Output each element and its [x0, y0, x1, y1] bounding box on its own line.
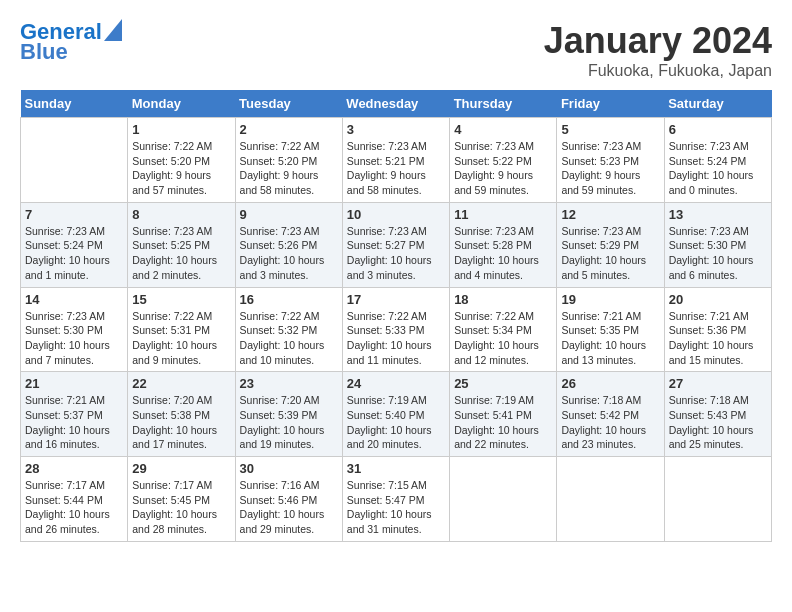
calendar-cell: 16Sunrise: 7:22 AM Sunset: 5:32 PM Dayli…: [235, 287, 342, 372]
day-info: Sunrise: 7:17 AM Sunset: 5:44 PM Dayligh…: [25, 478, 123, 537]
column-header-sunday: Sunday: [21, 90, 128, 118]
week-row-1: 1Sunrise: 7:22 AM Sunset: 5:20 PM Daylig…: [21, 118, 772, 203]
day-number: 17: [347, 292, 445, 307]
day-info: Sunrise: 7:23 AM Sunset: 5:30 PM Dayligh…: [25, 309, 123, 368]
calendar-cell: 10Sunrise: 7:23 AM Sunset: 5:27 PM Dayli…: [342, 202, 449, 287]
day-info: Sunrise: 7:16 AM Sunset: 5:46 PM Dayligh…: [240, 478, 338, 537]
calendar-cell: 21Sunrise: 7:21 AM Sunset: 5:37 PM Dayli…: [21, 372, 128, 457]
column-header-thursday: Thursday: [450, 90, 557, 118]
calendar-cell: 4Sunrise: 7:23 AM Sunset: 5:22 PM Daylig…: [450, 118, 557, 203]
logo: General Blue: [20, 20, 122, 64]
day-number: 6: [669, 122, 767, 137]
calendar-cell: 29Sunrise: 7:17 AM Sunset: 5:45 PM Dayli…: [128, 457, 235, 542]
day-info: Sunrise: 7:17 AM Sunset: 5:45 PM Dayligh…: [132, 478, 230, 537]
day-number: 11: [454, 207, 552, 222]
day-info: Sunrise: 7:18 AM Sunset: 5:43 PM Dayligh…: [669, 393, 767, 452]
calendar-cell: 6Sunrise: 7:23 AM Sunset: 5:24 PM Daylig…: [664, 118, 771, 203]
day-info: Sunrise: 7:23 AM Sunset: 5:28 PM Dayligh…: [454, 224, 552, 283]
day-number: 22: [132, 376, 230, 391]
calendar-cell: 3Sunrise: 7:23 AM Sunset: 5:21 PM Daylig…: [342, 118, 449, 203]
calendar-cell: 23Sunrise: 7:20 AM Sunset: 5:39 PM Dayli…: [235, 372, 342, 457]
calendar-cell: 26Sunrise: 7:18 AM Sunset: 5:42 PM Dayli…: [557, 372, 664, 457]
day-number: 23: [240, 376, 338, 391]
day-number: 15: [132, 292, 230, 307]
calendar-cell: 22Sunrise: 7:20 AM Sunset: 5:38 PM Dayli…: [128, 372, 235, 457]
calendar-cell: [664, 457, 771, 542]
day-number: 19: [561, 292, 659, 307]
day-number: 31: [347, 461, 445, 476]
day-info: Sunrise: 7:23 AM Sunset: 5:27 PM Dayligh…: [347, 224, 445, 283]
day-number: 29: [132, 461, 230, 476]
day-number: 1: [132, 122, 230, 137]
calendar-cell: [557, 457, 664, 542]
day-info: Sunrise: 7:23 AM Sunset: 5:21 PM Dayligh…: [347, 139, 445, 198]
day-info: Sunrise: 7:18 AM Sunset: 5:42 PM Dayligh…: [561, 393, 659, 452]
day-number: 9: [240, 207, 338, 222]
day-info: Sunrise: 7:23 AM Sunset: 5:24 PM Dayligh…: [669, 139, 767, 198]
day-number: 26: [561, 376, 659, 391]
day-info: Sunrise: 7:23 AM Sunset: 5:24 PM Dayligh…: [25, 224, 123, 283]
logo-text: General Blue: [20, 20, 122, 64]
day-number: 13: [669, 207, 767, 222]
day-info: Sunrise: 7:21 AM Sunset: 5:37 PM Dayligh…: [25, 393, 123, 452]
calendar-cell: 27Sunrise: 7:18 AM Sunset: 5:43 PM Dayli…: [664, 372, 771, 457]
day-info: Sunrise: 7:19 AM Sunset: 5:40 PM Dayligh…: [347, 393, 445, 452]
calendar-cell: 13Sunrise: 7:23 AM Sunset: 5:30 PM Dayli…: [664, 202, 771, 287]
day-info: Sunrise: 7:19 AM Sunset: 5:41 PM Dayligh…: [454, 393, 552, 452]
calendar-table: SundayMondayTuesdayWednesdayThursdayFrid…: [20, 90, 772, 542]
day-number: 5: [561, 122, 659, 137]
day-info: Sunrise: 7:22 AM Sunset: 5:32 PM Dayligh…: [240, 309, 338, 368]
day-number: 8: [132, 207, 230, 222]
column-header-wednesday: Wednesday: [342, 90, 449, 118]
day-number: 16: [240, 292, 338, 307]
calendar-cell: 20Sunrise: 7:21 AM Sunset: 5:36 PM Dayli…: [664, 287, 771, 372]
calendar-cell: 28Sunrise: 7:17 AM Sunset: 5:44 PM Dayli…: [21, 457, 128, 542]
day-number: 28: [25, 461, 123, 476]
day-info: Sunrise: 7:21 AM Sunset: 5:36 PM Dayligh…: [669, 309, 767, 368]
day-info: Sunrise: 7:22 AM Sunset: 5:33 PM Dayligh…: [347, 309, 445, 368]
calendar-cell: 7Sunrise: 7:23 AM Sunset: 5:24 PM Daylig…: [21, 202, 128, 287]
logo-icon: [104, 19, 122, 41]
day-info: Sunrise: 7:23 AM Sunset: 5:30 PM Dayligh…: [669, 224, 767, 283]
svg-marker-0: [104, 19, 122, 41]
calendar-cell: 15Sunrise: 7:22 AM Sunset: 5:31 PM Dayli…: [128, 287, 235, 372]
calendar-cell: 24Sunrise: 7:19 AM Sunset: 5:40 PM Dayli…: [342, 372, 449, 457]
day-number: 27: [669, 376, 767, 391]
calendar-cell: 19Sunrise: 7:21 AM Sunset: 5:35 PM Dayli…: [557, 287, 664, 372]
day-number: 7: [25, 207, 123, 222]
calendar-cell: 31Sunrise: 7:15 AM Sunset: 5:47 PM Dayli…: [342, 457, 449, 542]
calendar-cell: [21, 118, 128, 203]
column-header-saturday: Saturday: [664, 90, 771, 118]
calendar-cell: 5Sunrise: 7:23 AM Sunset: 5:23 PM Daylig…: [557, 118, 664, 203]
day-number: 2: [240, 122, 338, 137]
day-info: Sunrise: 7:23 AM Sunset: 5:29 PM Dayligh…: [561, 224, 659, 283]
day-info: Sunrise: 7:23 AM Sunset: 5:26 PM Dayligh…: [240, 224, 338, 283]
day-info: Sunrise: 7:23 AM Sunset: 5:23 PM Dayligh…: [561, 139, 659, 198]
week-row-2: 7Sunrise: 7:23 AM Sunset: 5:24 PM Daylig…: [21, 202, 772, 287]
day-info: Sunrise: 7:21 AM Sunset: 5:35 PM Dayligh…: [561, 309, 659, 368]
day-info: Sunrise: 7:22 AM Sunset: 5:31 PM Dayligh…: [132, 309, 230, 368]
day-number: 21: [25, 376, 123, 391]
page-header: General Blue January 2024 Fukuoka, Fukuo…: [20, 20, 772, 80]
day-info: Sunrise: 7:15 AM Sunset: 5:47 PM Dayligh…: [347, 478, 445, 537]
calendar-cell: [450, 457, 557, 542]
day-number: 12: [561, 207, 659, 222]
calendar-cell: 1Sunrise: 7:22 AM Sunset: 5:20 PM Daylig…: [128, 118, 235, 203]
day-info: Sunrise: 7:20 AM Sunset: 5:38 PM Dayligh…: [132, 393, 230, 452]
day-info: Sunrise: 7:23 AM Sunset: 5:22 PM Dayligh…: [454, 139, 552, 198]
calendar-cell: 14Sunrise: 7:23 AM Sunset: 5:30 PM Dayli…: [21, 287, 128, 372]
calendar-header-row: SundayMondayTuesdayWednesdayThursdayFrid…: [21, 90, 772, 118]
calendar-cell: 12Sunrise: 7:23 AM Sunset: 5:29 PM Dayli…: [557, 202, 664, 287]
title-block: January 2024 Fukuoka, Fukuoka, Japan: [544, 20, 772, 80]
calendar-cell: 8Sunrise: 7:23 AM Sunset: 5:25 PM Daylig…: [128, 202, 235, 287]
calendar-title: January 2024: [544, 20, 772, 62]
day-number: 24: [347, 376, 445, 391]
day-info: Sunrise: 7:23 AM Sunset: 5:25 PM Dayligh…: [132, 224, 230, 283]
week-row-4: 21Sunrise: 7:21 AM Sunset: 5:37 PM Dayli…: [21, 372, 772, 457]
column-header-monday: Monday: [128, 90, 235, 118]
calendar-cell: 2Sunrise: 7:22 AM Sunset: 5:20 PM Daylig…: [235, 118, 342, 203]
calendar-cell: 25Sunrise: 7:19 AM Sunset: 5:41 PM Dayli…: [450, 372, 557, 457]
day-number: 18: [454, 292, 552, 307]
calendar-cell: 18Sunrise: 7:22 AM Sunset: 5:34 PM Dayli…: [450, 287, 557, 372]
day-number: 3: [347, 122, 445, 137]
